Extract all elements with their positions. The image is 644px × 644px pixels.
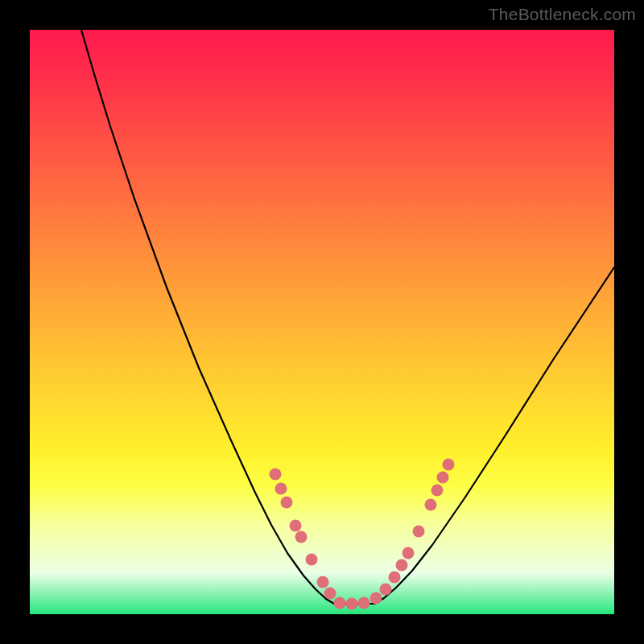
marker-dot	[281, 497, 293, 509]
marker-dot	[443, 459, 455, 471]
marker-dot	[317, 576, 329, 588]
marker-dot	[437, 472, 449, 484]
plot-area	[30, 30, 614, 614]
marker-dot	[402, 547, 415, 559]
marker-dot	[270, 469, 282, 481]
marker-dot	[380, 584, 392, 596]
marker-dot	[324, 588, 336, 600]
marker-dot	[396, 559, 408, 572]
marker-dot	[413, 526, 425, 538]
marker-dot	[358, 597, 370, 609]
marker-dot	[306, 554, 318, 566]
bottleneck-curve	[30, 30, 614, 614]
marker-dot	[370, 592, 382, 605]
chart-frame: TheBottleneck.com	[0, 0, 644, 644]
marker-dot	[431, 485, 444, 497]
marker-dot	[346, 598, 358, 610]
attribution-text: TheBottleneck.com	[489, 5, 636, 24]
marker-dot	[425, 499, 437, 511]
marker-dot	[290, 520, 302, 532]
marker-dot	[295, 531, 308, 543]
marker-dot	[334, 597, 346, 609]
marker-dot	[389, 572, 401, 584]
marker-dot	[275, 483, 287, 495]
